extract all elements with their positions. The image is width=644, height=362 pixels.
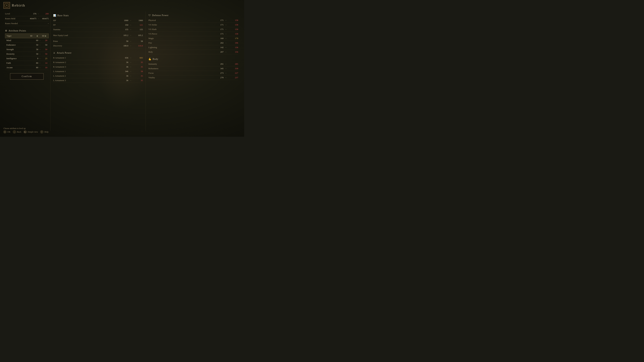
middle-panel: 📊 Base Stats HP 1900 → 1900 FP 350 → 121… [50, 11, 146, 131]
attack-power-title: Attack Power [57, 52, 72, 54]
stat-current: 142 [214, 46, 224, 49]
base-stats-list: HP 1900 → 1900 FP 350 → 121 Stamina 155 … [53, 18, 143, 32]
stat-arrow: → [130, 75, 132, 77]
base-stats-title: Base Stats [57, 14, 69, 17]
attr-nav-right[interactable]: ▶ [45, 35, 46, 37]
stat-new: 196 [228, 41, 238, 44]
attr-row-endurance[interactable]: Endurance 50 → 50 [5, 43, 49, 47]
stat-new: 35 [133, 65, 143, 68]
attr-row-mind[interactable]: Mind 60 → 20 [5, 38, 49, 43]
stat-arrow: → [130, 28, 132, 30]
stat-name: VS Strike [148, 23, 168, 26]
attr-arrow: → [39, 44, 41, 46]
attack-power-header: ⚔ Attack Power [53, 51, 143, 54]
attr-new: 50 [42, 48, 47, 51]
stat-arrow: → [130, 61, 132, 63]
attr-arrow: → [33, 35, 35, 37]
runes-needed-row: Runes Needed - [5, 21, 49, 26]
stat-row: Max Equip Load 105.2 → 105.2 [53, 33, 143, 38]
ctrl-label: :Simple view [27, 131, 38, 133]
hint-control: ▽:Help [40, 130, 48, 133]
attr-name: Mind [6, 39, 22, 42]
stat-current: 160 [214, 37, 224, 40]
stat-row: L Armament 1 346 → 58 [53, 69, 143, 74]
stat-new: 683 [133, 56, 143, 59]
stat-name: L Armament 1 [53, 70, 73, 73]
base-stats-header: 📊 Base Stats [53, 14, 143, 17]
stat-current: 105.2 [118, 34, 128, 37]
stat-row: VS Strike 171 → 158 [148, 23, 238, 27]
attr-name: Endurance [6, 43, 22, 46]
attack-power-list: R Armament 1 656 → 683 R Armament 2 36 →… [53, 56, 143, 83]
stat-name: FP [53, 24, 73, 26]
runes-held-row: Runes Held 464475 → 464475 [5, 16, 49, 21]
attr-new: 14 [42, 62, 47, 64]
stat-arrow: → [225, 77, 227, 79]
stat-new: 136 [228, 46, 238, 49]
attr-arrow: → [39, 48, 41, 50]
page-title: Rebirth [12, 3, 25, 7]
confirm-button[interactable]: Confirm [10, 73, 44, 80]
stat-name: Holy [148, 51, 168, 53]
defense-power-section: 🛡 Defense Power Physical 171 → 158 VS St… [148, 14, 238, 54]
hint-text: Choose attribute to level up [3, 127, 48, 130]
attack-power-icon: ⚔ [53, 51, 55, 54]
attr-row-vigor[interactable]: Vigor 60 → ◀ 60 ▶ [5, 33, 49, 38]
attr-name: Intelligence [6, 57, 22, 60]
attr-new: 25 [42, 57, 47, 60]
attr-arrow: → [39, 39, 41, 41]
attr-row-strength[interactable]: Strength 58 → 50 [5, 47, 49, 52]
attr-row-arcane[interactable]: Arcane 80 → 10 [5, 65, 49, 70]
stat-new: 155 [133, 28, 143, 31]
stat-row: Physical 171 → 158 [148, 18, 238, 23]
ctrl-btn: R2 [24, 130, 27, 133]
stat-current: 291 [214, 63, 224, 65]
stat-row: R Armament 3 36 → 35 [53, 65, 143, 69]
runes-held-label: Runes Held [5, 17, 22, 20]
attr-current: 58 [36, 48, 38, 51]
stat-name: Lightning [148, 46, 168, 49]
stat-name: Magic [148, 37, 168, 40]
attributes-icon: ⚙ [5, 29, 7, 32]
stat-row: Lightning 142 → 136 [148, 45, 238, 50]
stat-name: Fire [148, 41, 168, 44]
stat-arrow: → [130, 19, 132, 21]
stat-name: Physical [148, 19, 168, 22]
attr-arrow: → [39, 53, 41, 55]
stat-row: VS Slash 171 → 158 [148, 27, 238, 32]
attr-new: 60 [38, 34, 44, 37]
rebirth-icon: ⚜ [3, 2, 10, 9]
ctrl-btn: ○ [13, 130, 16, 133]
stat-arrow: → [225, 67, 227, 69]
base-stats-icon: 📊 [53, 14, 56, 17]
stat-current: 171 [214, 28, 224, 31]
defense-power-header: 🛡 Defense Power [148, 14, 238, 17]
stat-row: Focus 273 → 227 [148, 71, 238, 75]
attr-row-intelligence[interactable]: Intelligence 9 → 25 [5, 56, 49, 61]
attr-nav-left[interactable]: ◀ [36, 35, 38, 37]
hint-control: R2:Simple view [24, 130, 38, 133]
stat-new: 58 [133, 70, 143, 73]
base-stats2-list: Max Equip Load 105.2 → 105.2 [53, 33, 143, 38]
stat-current: 171 [214, 19, 224, 22]
stat-current: 36 [118, 65, 128, 68]
level-arrow: → [38, 13, 39, 15]
stat-arrow: → [130, 66, 132, 68]
stat-name: Stamina [53, 28, 73, 31]
attr-new: 20 [42, 39, 47, 42]
body-header: 💪 Body [148, 58, 238, 60]
stat-arrow: → [130, 40, 132, 42]
stat-name: Robustness [148, 67, 168, 70]
stat-name: Discovery [53, 44, 73, 47]
attr-row-dexterity[interactable]: Dexterity 58 → 50 [5, 52, 49, 56]
stat-new: 285 [228, 63, 238, 65]
stat-new: 58 [133, 40, 143, 42]
base-stats3-list: Poise 58 → 58 Discovery 180.0 → 110.0 [53, 39, 143, 48]
stat-row: Discovery 180.0 → 110.0 [53, 43, 143, 48]
stat-arrow: → [225, 63, 227, 65]
stat-name: VS Slash [148, 28, 168, 31]
stat-arrow: → [130, 45, 132, 47]
attr-row-faith[interactable]: Faith 80 → 14 [5, 61, 49, 65]
stat-arrow: → [130, 79, 132, 81]
attr-current: 60 [36, 39, 38, 42]
